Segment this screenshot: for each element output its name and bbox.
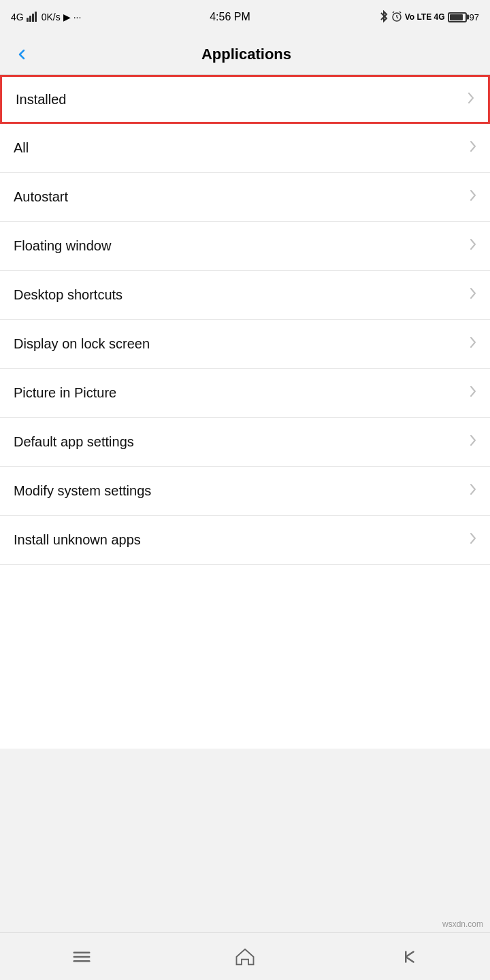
svg-line-8 [399, 12, 401, 13]
menu-item-installed[interactable]: Installed [0, 75, 490, 124]
time-display: 4:56 PM [210, 11, 250, 23]
menu-nav-button[interactable] [71, 947, 92, 967]
network-indicator: 4G [11, 12, 24, 22]
chevron-icon-desktop-shortcuts [470, 287, 476, 303]
menu-item-default-app-settings[interactable]: Default app settings [0, 418, 490, 467]
alarm-icon [391, 11, 402, 24]
svg-line-6 [397, 17, 398, 18]
bluetooth-icon [379, 10, 389, 24]
signal-bars [27, 11, 39, 24]
menu-item-all[interactable]: All [0, 124, 490, 173]
chevron-icon-floating-window [470, 238, 476, 254]
menu-item-desktop-shortcuts[interactable]: Desktop shortcuts [0, 271, 490, 320]
battery-fill [450, 14, 463, 20]
menu-item-label-modify-system-settings: Modify system settings [14, 483, 151, 499]
menu-item-floating-window[interactable]: Floating window [0, 222, 490, 271]
menu-item-modify-system-settings[interactable]: Modify system settings [0, 467, 490, 516]
bottom-spacer [0, 749, 490, 932]
menu-item-label-floating-window: Floating window [14, 238, 111, 254]
header: Applications [0, 34, 490, 75]
page-title: Applications [41, 46, 452, 63]
menu-item-label-picture-in-picture: Picture in Picture [14, 385, 116, 401]
svg-rect-3 [35, 12, 37, 22]
menu-item-autostart[interactable]: Autostart [0, 173, 490, 222]
battery-icon [448, 12, 467, 22]
menu-item-label-default-app-settings: Default app settings [14, 434, 134, 450]
cast-icon: ▶ [63, 12, 71, 22]
battery-percentage: 97 [470, 12, 479, 22]
dots-icon: ··· [74, 12, 82, 22]
chevron-icon-install-unknown-apps [470, 532, 476, 548]
watermark: wsxdn.com [442, 919, 483, 929]
menu-item-label-display-lock-screen: Display on lock screen [14, 336, 150, 352]
svg-rect-2 [32, 14, 34, 22]
menu-item-display-lock-screen[interactable]: Display on lock screen [0, 320, 490, 369]
menu-item-label-all: All [14, 140, 29, 156]
svg-line-7 [393, 12, 394, 13]
home-nav-button[interactable] [235, 947, 255, 967]
svg-rect-0 [27, 18, 29, 22]
status-left: 4G 0K/s ▶ ··· [11, 11, 81, 24]
menu-item-label-install-unknown-apps: Install unknown apps [14, 532, 141, 548]
back-nav-button[interactable] [398, 947, 419, 967]
menu-item-label-autostart: Autostart [14, 189, 68, 205]
navigation-bar [0, 932, 490, 980]
back-button[interactable] [14, 46, 30, 63]
status-bar: 4G 0K/s ▶ ··· 4:56 PM [0, 0, 490, 34]
chevron-icon-all [470, 140, 476, 156]
menu-item-label-desktop-shortcuts: Desktop shortcuts [14, 287, 122, 303]
menu-item-install-unknown-apps[interactable]: Install unknown apps [0, 516, 490, 565]
chevron-icon-default-app-settings [470, 434, 476, 450]
volte-lte-icon: Vo LTE 4G [405, 12, 445, 22]
chevron-icon-picture-in-picture [470, 385, 476, 401]
menu-item-picture-in-picture[interactable]: Picture in Picture [0, 369, 490, 418]
chevron-icon-display-lock-screen [470, 336, 476, 352]
svg-rect-1 [29, 16, 31, 22]
chevron-icon-autostart [470, 189, 476, 205]
status-right: Vo LTE 4G 97 [379, 10, 479, 24]
chevron-icon-installed [468, 92, 474, 108]
chevron-icon-modify-system-settings [470, 483, 476, 499]
applications-list: InstalledAllAutostartFloating windowDesk… [0, 75, 490, 749]
speed-indicator: 0K/s [42, 12, 61, 22]
menu-item-label-installed: Installed [16, 92, 67, 108]
